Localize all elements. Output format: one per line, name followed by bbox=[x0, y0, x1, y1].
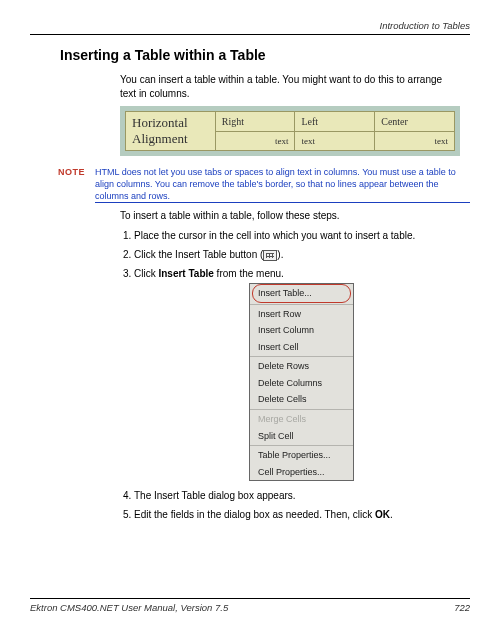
step-4: The Insert Table dialog box appears. bbox=[134, 489, 460, 503]
sample-row-label: Horizontal Alignment bbox=[126, 112, 216, 151]
note-text: HTML does not let you use tabs or spaces… bbox=[95, 166, 470, 203]
page-footer: Ektron CMS400.NET User Manual, Version 7… bbox=[30, 598, 470, 613]
step-3: Click Insert Table from the menu. Insert… bbox=[134, 267, 460, 482]
sample-col-center: Center bbox=[375, 112, 455, 132]
sample-cell-2: text bbox=[295, 132, 375, 151]
menu-item-merge-cells: Merge Cells bbox=[250, 411, 353, 428]
sample-table-figure: Horizontal Alignment Right Left Center t… bbox=[120, 106, 460, 156]
rule-top bbox=[30, 34, 470, 35]
step-3-text-a: Click bbox=[134, 268, 158, 279]
steps-list: Place the cursor in the cell into which … bbox=[134, 229, 460, 523]
sample-cell-1: text bbox=[215, 132, 295, 151]
step-3-bold: Insert Table bbox=[158, 268, 213, 279]
insert-table-icon bbox=[263, 250, 277, 261]
sample-col-left: Left bbox=[295, 112, 375, 132]
step-2-text-b: ). bbox=[277, 249, 283, 260]
menu-item-delete-cells: Delete Cells bbox=[250, 391, 353, 408]
step-3-text-c: from the menu. bbox=[214, 268, 284, 279]
menu-item-split-cell: Split Cell bbox=[250, 428, 353, 445]
menu-item-table-properties: Table Properties... bbox=[250, 447, 353, 464]
menu-separator bbox=[250, 445, 353, 446]
menu-item-insert-column: Insert Column bbox=[250, 322, 353, 339]
step-5-text-c: . bbox=[390, 509, 393, 520]
lead-in: To insert a table within a table, follow… bbox=[120, 209, 460, 223]
step-5-bold: OK bbox=[375, 509, 390, 520]
footer-left: Ektron CMS400.NET User Manual, Version 7… bbox=[30, 602, 228, 613]
menu-item-delete-columns: Delete Columns bbox=[250, 375, 353, 392]
menu-separator bbox=[250, 304, 353, 305]
menu-separator bbox=[250, 356, 353, 357]
menu-item-insert-table: Insert Table... bbox=[250, 284, 353, 303]
step-2-text-a: Click the Insert Table button ( bbox=[134, 249, 263, 260]
running-header: Introduction to Tables bbox=[30, 20, 470, 31]
menu-item-insert-row: Insert Row bbox=[250, 306, 353, 323]
note-block: NOTE HTML does not let you use tabs or s… bbox=[55, 166, 470, 203]
step-5-text-a: Edit the fields in the dialog box as nee… bbox=[134, 509, 375, 520]
context-menu-figure: Insert Table... Insert Row Insert Column… bbox=[249, 283, 354, 482]
step-5: Edit the fields in the dialog box as nee… bbox=[134, 508, 460, 522]
step-2: Click the Insert Table button (). bbox=[134, 248, 460, 262]
menu-item-insert-cell: Insert Cell bbox=[250, 339, 353, 356]
intro-paragraph: You can insert a table within a table. Y… bbox=[120, 73, 460, 100]
section-heading: Inserting a Table within a Table bbox=[60, 47, 470, 63]
sample-col-right: Right bbox=[215, 112, 295, 132]
note-label: NOTE bbox=[55, 167, 85, 203]
sample-table: Horizontal Alignment Right Left Center t… bbox=[125, 111, 455, 151]
menu-item-cell-properties: Cell Properties... bbox=[250, 464, 353, 481]
menu-item-delete-rows: Delete Rows bbox=[250, 358, 353, 375]
menu-separator bbox=[250, 409, 353, 410]
step-1: Place the cursor in the cell into which … bbox=[134, 229, 460, 243]
footer-page-number: 722 bbox=[454, 602, 470, 613]
sample-cell-3: text bbox=[375, 132, 455, 151]
rule-bottom bbox=[30, 598, 470, 599]
